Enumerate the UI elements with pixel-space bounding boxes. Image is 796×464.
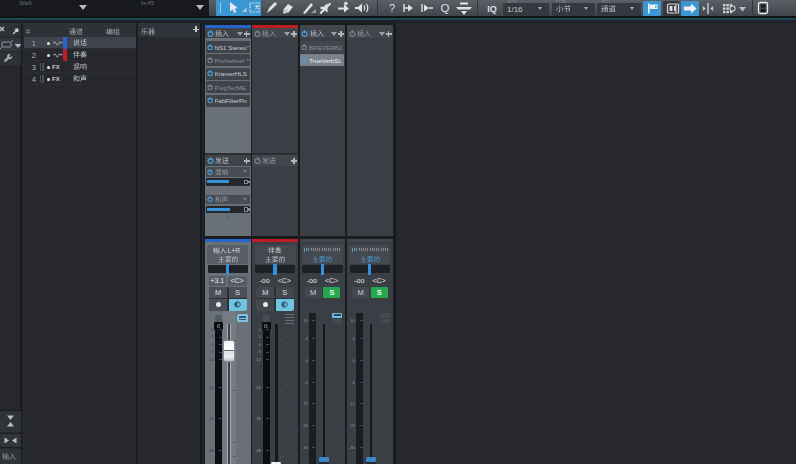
svg-text:?: ? — [389, 2, 395, 14]
svg-text:Q: Q — [441, 2, 450, 14]
svg-text:IQ: IQ — [487, 4, 497, 14]
